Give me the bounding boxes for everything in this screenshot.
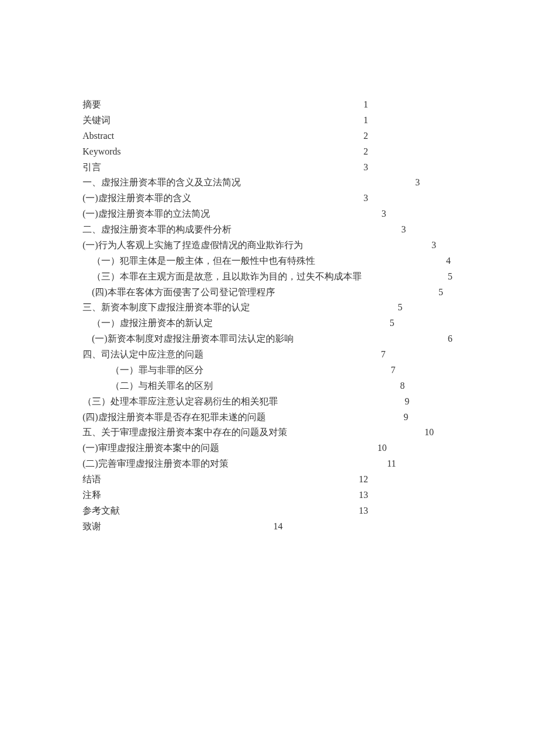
toc-label: 二、虚报注册资本罪的构成要件分析 (83, 222, 231, 238)
toc-entry: （三）本罪在主观方面是故意，且以欺诈为目的，过失不构成本罪5 (83, 269, 452, 285)
toc-label: 五、关于审理虚报注册资本案中存在的问题及对策 (83, 425, 287, 440)
toc-label: Keywords (83, 144, 121, 160)
toc-page-number: 4 (446, 253, 451, 269)
toc-entry: （一）犯罪主体是一般主体，但在一般性中也有特殊性4 (83, 253, 451, 269)
toc-page-number: 3 (363, 191, 368, 206)
toc-entry: 参考文献13 (83, 503, 368, 519)
toc-label: (一)虚报注册资本罪的含义 (83, 191, 191, 206)
toc-entry: （一）虚报注册资本的新认定5 (83, 316, 394, 331)
toc-label: （二）与相关罪名的区别 (110, 378, 213, 394)
toc-label: (二)完善审理虚报注册资本罪的对策 (83, 456, 229, 472)
toc-entry: Keywords2 (83, 144, 368, 160)
toc-page-number: 14 (273, 519, 283, 535)
toc-page-number: 1 (363, 113, 368, 128)
toc-entry: （三）处理本罪应注意认定容易衍生的相关犯罪9 (83, 394, 409, 410)
toc-page-number: 9 (405, 394, 409, 410)
toc-entry: 三、新资本制度下虚报注册资本罪的认定5 (83, 300, 402, 316)
toc-entry: (二)完善审理虚报注册资本罪的对策11 (83, 456, 396, 472)
toc-label: (一)行为人客观上实施了捏造虚假情况的商业欺诈行为 (83, 238, 303, 253)
toc-page-number: 5 (398, 300, 402, 316)
toc-page-number: 10 (425, 425, 434, 440)
toc-page-number: 1 (363, 97, 368, 113)
toc-entry: 五、关于审理虚报注册资本案中存在的问题及对策10 (83, 425, 434, 440)
toc-page-number: 3 (381, 206, 386, 222)
toc-label: (一)新资本制度对虚报注册资本罪司法认定的影响 (92, 331, 294, 347)
toc-label: (一)审理虚报注册资本案中的问题 (83, 440, 219, 456)
toc-label: (一)虚报注册资本罪的立法简况 (83, 206, 210, 222)
toc-entry: 注释13 (83, 488, 368, 503)
toc-entry: 一、虚报注册资本罪的含义及立法简况3 (83, 175, 420, 191)
toc-label: 三、新资本制度下虚报注册资本罪的认定 (83, 300, 250, 316)
toc-label: （三）处理本罪应注意认定容易衍生的相关犯罪 (83, 394, 278, 410)
toc-label: 结语 (83, 472, 101, 488)
toc-label: 引言 (83, 160, 101, 175)
toc-page-number: 5 (390, 316, 394, 331)
toc-entry: Abstract2 (83, 128, 368, 144)
toc-entry: 四、司法认定中应注意的问题7 (83, 347, 386, 363)
toc-entry: （一）罪与非罪的区分7 (83, 363, 395, 378)
toc-page-number: 13 (359, 503, 368, 519)
toc-label: （一）虚报注册资本的新认定 (92, 316, 213, 331)
toc-page-number: 3 (363, 160, 368, 175)
toc-page-number: 5 (438, 285, 443, 300)
toc-page-number: 9 (404, 410, 408, 425)
toc-page-number: 2 (363, 144, 368, 160)
toc-label: Abstract (83, 128, 114, 144)
toc-entry: (一)虚报注册资本罪的立法简况3 (83, 206, 386, 222)
toc-entry: 关键词1 (83, 113, 368, 128)
toc-label: 四、司法认定中应注意的问题 (83, 347, 204, 363)
toc-label: (四)本罪在客体方面侵害了公司登记管理程序 (92, 285, 275, 300)
toc-page-number: 3 (431, 238, 436, 253)
toc-entry: (一)新资本制度对虚报注册资本罪司法认定的影响6 (83, 331, 452, 347)
toc-page-number: 3 (401, 222, 406, 238)
toc-page-number: 10 (377, 440, 387, 456)
toc-entry: （二）与相关罪名的区别8 (83, 378, 405, 394)
toc-page-number: 13 (359, 488, 368, 503)
toc-entry: 二、虚报注册资本罪的构成要件分析3 (83, 222, 406, 238)
toc-label: 致谢 (83, 519, 101, 535)
toc-entry: (一)审理虚报注册资本案中的问题10 (83, 440, 387, 456)
toc-label: 注释 (83, 488, 101, 503)
toc-page-number: 3 (415, 175, 420, 191)
toc-entry: 结语12 (83, 472, 368, 488)
toc-entry: 致谢14 (83, 519, 283, 535)
toc-entry: (一)虚报注册资本罪的含义3 (83, 191, 368, 206)
toc-entry: (四)虚报注册资本罪是否存在犯罪未遂的问题9 (83, 410, 408, 425)
toc-label: （一）罪与非罪的区分 (110, 363, 204, 378)
toc-label: 关键词 (83, 113, 110, 128)
toc-label: （三）本罪在主观方面是故意，且以欺诈为目的，过失不构成本罪 (92, 269, 362, 285)
toc-page-number: 7 (391, 363, 395, 378)
toc-entry: (四)本罪在客体方面侵害了公司登记管理程序5 (83, 285, 443, 300)
table-of-contents: 摘要1关键词1Abstract2Keywords2引言3一、虚报注册资本罪的含义… (83, 97, 452, 535)
toc-entry: (一)行为人客观上实施了捏造虚假情况的商业欺诈行为3 (83, 238, 436, 253)
toc-entry: 引言3 (83, 160, 368, 175)
toc-entry: 摘要1 (83, 97, 368, 113)
toc-page-number: 7 (381, 347, 386, 363)
toc-label: 一、虚报注册资本罪的含义及立法简况 (83, 175, 241, 191)
toc-page-number: 11 (387, 456, 396, 472)
toc-page-number: 12 (359, 472, 368, 488)
toc-label: (四)虚报注册资本罪是否存在犯罪未遂的问题 (83, 410, 266, 425)
toc-page-number: 2 (363, 128, 368, 144)
toc-page-number: 5 (448, 269, 452, 285)
toc-label: 摘要 (83, 97, 101, 113)
toc-label: （一）犯罪主体是一般主体，但在一般性中也有特殊性 (92, 253, 315, 269)
toc-label: 参考文献 (83, 503, 120, 519)
toc-page-number: 8 (400, 378, 405, 394)
toc-page-number: 6 (448, 331, 452, 347)
